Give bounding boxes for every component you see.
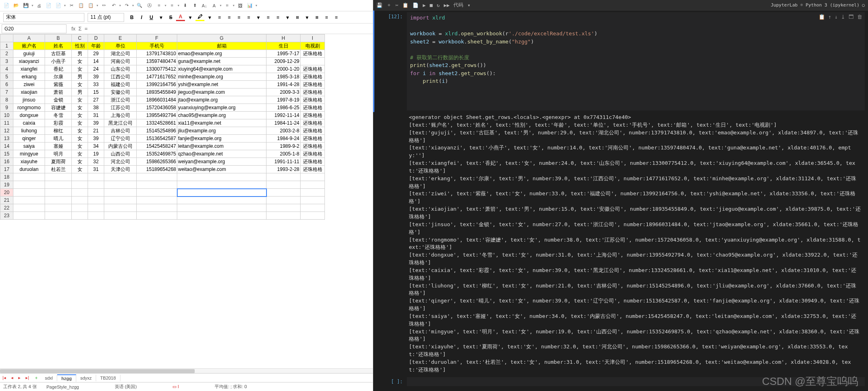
toolbar-button[interactable]: Ⓐ (145, 2, 153, 10)
format-button[interactable]: ▾ (205, 13, 214, 22)
spreadsheet-grid[interactable]: ABCDEFGHI1账户名姓名性别年龄单位手机号邮箱生日电视剧2guiuji古巨… (0, 34, 373, 368)
empty-cell[interactable] (88, 212, 104, 220)
format-button[interactable]: ▾ (303, 13, 312, 22)
run-icon[interactable]: ▶ (423, 2, 425, 8)
data-cell[interactable]: xia11@example.net (177, 119, 266, 127)
data-cell[interactable]: 2000-1-20 (266, 65, 301, 73)
data-cell[interactable]: chao95@example.org (177, 112, 266, 119)
toolbar-button[interactable]: ⌗ (168, 2, 176, 10)
empty-cell[interactable] (88, 173, 104, 181)
row-header[interactable]: 17 (0, 166, 13, 173)
data-cell[interactable]: jtao@example.org (177, 96, 266, 104)
toolbar-button[interactable]: ⬇ (181, 2, 189, 10)
add-cell-icon[interactable]: ＋ (387, 2, 391, 9)
row-header[interactable]: 22 (0, 204, 13, 212)
row-header[interactable]: 11 (0, 119, 13, 127)
data-cell[interactable]: yuanxiuying@example.org (177, 104, 266, 112)
data-cell[interactable]: 1991-11-11 (266, 158, 301, 166)
data-cell[interactable]: 尔康 (45, 73, 72, 81)
font-name-combo[interactable] (3, 13, 84, 22)
data-cell[interactable]: weitao@example.com (177, 166, 266, 173)
data-cell[interactable]: 15 (88, 89, 104, 96)
data-cell[interactable]: 还珠格格 (301, 166, 325, 173)
data-cell[interactable]: 香妃 (45, 65, 72, 73)
format-button[interactable]: ≡ (322, 13, 331, 22)
empty-cell[interactable] (137, 181, 177, 189)
cell-type-combo[interactable]: 代码 (453, 2, 463, 9)
code-cell[interactable]: [12]: import xlrd workbook = xlrd.open_w… (373, 11, 868, 112)
data-cell[interactable]: 女 (72, 58, 88, 65)
empty-cell[interactable] (13, 181, 45, 189)
empty-cell[interactable] (88, 197, 104, 204)
data-cell[interactable]: 13300775412 (137, 65, 177, 73)
empty-cell[interactable] (45, 197, 72, 204)
toolbar-button[interactable]: ↷ (122, 2, 131, 10)
data-cell[interactable]: 1986-6-25 (266, 104, 301, 112)
data-cell[interactable]: 古巨基 (45, 50, 72, 58)
kernel-status[interactable]: JupyterLab ☼ Python 3 (ipykernel) ○ (771, 2, 865, 8)
empty-cell[interactable] (301, 181, 325, 189)
data-cell[interactable]: 黑龙江公司 (104, 119, 137, 127)
name-box[interactable] (2, 24, 67, 33)
data-cell[interactable]: 天津公司 (104, 166, 137, 173)
data-cell[interactable]: erkang (13, 73, 45, 81)
data-cell[interactable]: 晴儿 (45, 135, 72, 143)
data-cell[interactable]: weiyan@example.org (177, 158, 266, 166)
empty-cell[interactable] (177, 181, 266, 189)
format-button[interactable]: ≡ (234, 13, 243, 22)
header-cell[interactable]: 年龄 (88, 42, 104, 50)
data-cell[interactable]: jliu@example.org (177, 127, 266, 135)
data-cell[interactable]: 还珠格格 (301, 119, 325, 127)
data-cell[interactable]: 塞娅 (45, 143, 72, 150)
data-cell[interactable]: 18966031484 (137, 96, 177, 104)
sheet-tab[interactable]: sdxl (41, 375, 58, 381)
data-cell[interactable]: ziwei (13, 81, 45, 89)
data-cell[interactable]: xiaoyanzi (13, 58, 45, 65)
data-cell[interactable]: 山东公司 (104, 65, 137, 73)
empty-cell[interactable] (72, 181, 88, 189)
row-header[interactable]: 5 (0, 73, 13, 81)
data-cell[interactable]: 萧箭 (45, 89, 72, 96)
data-cell[interactable]: saiya (13, 143, 45, 150)
toolbar-button[interactable]: 🖨 (35, 2, 43, 10)
empty-cell[interactable] (266, 189, 301, 197)
row-header[interactable]: 23 (0, 212, 13, 220)
empty-cell[interactable] (137, 212, 177, 220)
data-cell[interactable]: 33 (88, 81, 104, 89)
data-cell[interactable]: 还珠格格 (301, 73, 325, 81)
empty-cell[interactable] (301, 197, 325, 204)
empty-cell[interactable] (266, 197, 301, 204)
data-cell[interactable]: jieguo@example.com (177, 89, 266, 96)
data-cell[interactable]: 河南公司 (104, 58, 137, 65)
empty-cell[interactable] (72, 197, 88, 204)
data-cell[interactable]: yshi@example.net (177, 81, 266, 89)
data-cell[interactable]: 38 (88, 104, 104, 112)
data-cell[interactable]: jinsuo (13, 96, 45, 104)
data-cell[interactable]: 女 (72, 65, 88, 73)
data-cell[interactable]: 女 (72, 104, 88, 112)
empty-cell[interactable] (177, 204, 266, 212)
column-header[interactable]: E (104, 35, 137, 42)
header-cell[interactable]: 电视剧 (301, 42, 325, 50)
data-cell[interactable]: 女 (72, 81, 88, 89)
data-cell[interactable]: 1993-2-28 (266, 166, 301, 173)
data-cell[interactable]: 河北公司 (104, 158, 137, 166)
data-cell[interactable]: xiayuhe (13, 158, 45, 166)
data-cell[interactable]: 山西公司 (104, 150, 137, 158)
header-cell[interactable]: 单位 (104, 42, 137, 50)
data-cell[interactable]: 15986265366 (137, 158, 177, 166)
data-cell[interactable]: liuhong (13, 127, 45, 135)
data-cell[interactable]: 31 (88, 166, 104, 173)
toolbar-button[interactable]: 📄 (45, 2, 53, 10)
data-cell[interactable]: duruolan (13, 166, 45, 173)
data-cell[interactable]: 女 (72, 119, 88, 127)
data-cell[interactable]: 15189654268 (137, 166, 177, 173)
data-cell[interactable]: 15425458247 (137, 143, 177, 150)
toolbar-button[interactable]: 💾 (22, 2, 30, 10)
data-cell[interactable]: guiuji (13, 50, 45, 58)
empty-cell[interactable] (177, 212, 266, 220)
empty-cell[interactable] (45, 212, 72, 220)
toolbar-button[interactable]: ↶ (110, 2, 118, 10)
data-cell[interactable]: fanjie@example.org (177, 135, 266, 143)
data-cell[interactable]: 杜若兰 (45, 166, 72, 173)
